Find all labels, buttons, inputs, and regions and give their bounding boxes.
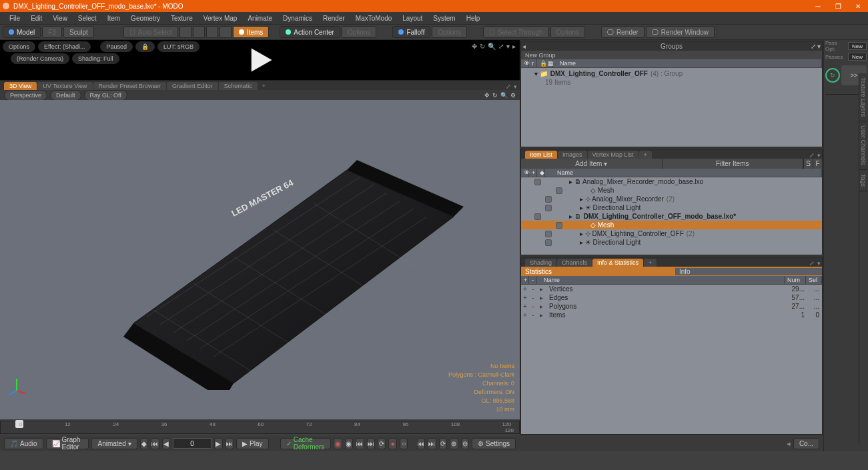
- options-button-1[interactable]: Options: [342, 26, 376, 38]
- il-min-icon[interactable]: ▾: [816, 152, 822, 159]
- iltab-2[interactable]: Vertex Map List: [588, 151, 638, 159]
- def-icon-2[interactable]: ◉: [345, 438, 353, 449]
- cache-deformers-button[interactable]: ✓ Cache Deformers: [280, 438, 331, 449]
- iltab-1[interactable]: Images: [558, 151, 587, 159]
- mode-icon-4[interactable]: [220, 26, 232, 38]
- def-icon-8[interactable]: ⏮: [417, 438, 425, 449]
- maximize-button[interactable]: ❐: [828, 0, 848, 12]
- stat-row[interactable]: +-▸Edges57......: [521, 293, 822, 302]
- menu-texture[interactable]: Texture: [165, 13, 198, 23]
- def-icon-3[interactable]: ⏮: [356, 438, 364, 449]
- next-frame-button[interactable]: ▶: [214, 438, 222, 449]
- f3-button[interactable]: F3: [42, 26, 62, 38]
- expand-icon[interactable]: ⤢: [498, 43, 504, 50]
- def-icon-12[interactable]: ⊖: [461, 438, 469, 449]
- preview-camera[interactable]: (Render Camera): [11, 53, 69, 64]
- group-item[interactable]: ▾ 📁DMX_Lighting_Controller_OFF (4) : Gro…: [521, 69, 822, 78]
- model-button[interactable]: Model: [3, 26, 41, 38]
- il-expand-icon[interactable]: ⤢: [808, 152, 816, 159]
- item-row[interactable]: ▸ ⊹ Analog_Mixer_Recorder (2): [521, 195, 822, 203]
- autoselect-button[interactable]: ☐ Auto Select: [123, 26, 178, 38]
- item-row[interactable]: ◇ Mesh: [521, 186, 822, 195]
- menu-system[interactable]: System: [428, 13, 460, 23]
- renderwindow-button[interactable]: 🖵 Render Window: [646, 26, 715, 38]
- filter-items-button[interactable]: Filter Items: [663, 159, 804, 169]
- animated-dropdown[interactable]: Animated ▾: [91, 438, 137, 449]
- menu-view[interactable]: View: [47, 13, 73, 23]
- info-tab[interactable]: Info: [675, 268, 822, 275]
- audio-button[interactable]: 🎵 Audio: [4, 438, 43, 449]
- vptab-3[interactable]: Gradient Editor: [167, 82, 218, 90]
- groups-collapse-icon[interactable]: ◂: [522, 43, 526, 50]
- vptab-0[interactable]: 3D View: [4, 82, 37, 90]
- def-icon-4[interactable]: ⏭: [367, 438, 375, 449]
- def-icon-6[interactable]: ●: [388, 438, 396, 449]
- play-button[interactable]: ▶ Play: [236, 438, 268, 449]
- zoom-icon[interactable]: 🔍: [488, 43, 496, 50]
- def-icon-10[interactable]: ⟳: [439, 438, 447, 449]
- def-icon-7[interactable]: ○: [400, 438, 408, 449]
- iltab-add[interactable]: +: [639, 151, 652, 159]
- preview-effect[interactable]: Effect: (Shadi...: [38, 41, 91, 52]
- vp-move-icon[interactable]: ✥: [484, 92, 490, 99]
- menu-file[interactable]: File: [4, 13, 25, 23]
- min-icon[interactable]: ▾: [506, 43, 510, 50]
- bottom-right-collapse-icon[interactable]: ◂: [787, 439, 791, 448]
- menu-vertexmap[interactable]: Vertex Map: [198, 13, 243, 23]
- def-icon-9[interactable]: ⏭: [428, 438, 436, 449]
- key-button[interactable]: ◆: [140, 438, 148, 449]
- move-icon[interactable]: ✥: [472, 43, 477, 50]
- def-icon-11[interactable]: ⊕: [450, 438, 458, 449]
- preview-shading[interactable]: Shading: Full: [72, 53, 119, 64]
- settings-button[interactable]: ⚙ Settings: [472, 438, 516, 449]
- menu-layout[interactable]: Layout: [397, 13, 428, 23]
- mode-icon-3[interactable]: [206, 26, 218, 38]
- play-icon[interactable]: [246, 45, 275, 75]
- passes-new[interactable]: [848, 53, 867, 61]
- minimize-button[interactable]: ─: [808, 0, 828, 12]
- stats-tab[interactable]: Statistics: [521, 268, 675, 275]
- items-button[interactable]: Items: [233, 26, 269, 38]
- preview-paused[interactable]: Paused: [100, 41, 133, 52]
- 3d-viewport[interactable]: LED MASTER 64 No Items Polygons : Catmul…: [0, 100, 520, 419]
- view-raygl[interactable]: Ray GL: Off: [84, 90, 127, 101]
- vp-zoom-icon[interactable]: 🔍: [500, 92, 508, 99]
- menu-animate[interactable]: Animate: [242, 13, 278, 23]
- view-default[interactable]: Default: [50, 90, 81, 101]
- filter-s-button[interactable]: S: [803, 159, 813, 169]
- close-button[interactable]: ✕: [848, 0, 868, 12]
- item-row[interactable]: ◇ Mesh: [521, 221, 822, 229]
- def-icon-5[interactable]: ⟳: [378, 438, 386, 449]
- infotab-0[interactable]: Shading: [525, 259, 556, 267]
- axis-gizmo[interactable]: [7, 376, 27, 396]
- prev-frame-button[interactable]: ◀: [162, 438, 170, 449]
- rotate-icon[interactable]: ↻: [480, 43, 485, 50]
- item-row[interactable]: ▸ ☀ Directional Light: [521, 203, 822, 212]
- options-button-3[interactable]: Options: [550, 26, 585, 38]
- sidetab-tags[interactable]: Tags: [859, 170, 867, 191]
- new-group-button[interactable]: New Group: [521, 51, 822, 59]
- timeline[interactable]: 01224364860728496108120 120: [0, 421, 520, 434]
- vptab-2[interactable]: Render Preset Browser: [93, 82, 167, 90]
- menu-select[interactable]: Select: [73, 13, 102, 23]
- render-button[interactable]: 🖵 Render: [601, 26, 644, 38]
- infotab-1[interactable]: Channels: [557, 259, 592, 267]
- preview-lock-icon[interactable]: 🔒: [135, 41, 155, 52]
- menu-edit[interactable]: Edit: [25, 13, 47, 23]
- view-perspective[interactable]: Perspective: [4, 90, 47, 101]
- infotab-add[interactable]: +: [644, 259, 657, 267]
- frame-input[interactable]: [173, 438, 211, 449]
- menu-dynamics[interactable]: Dynamics: [278, 13, 318, 23]
- mode-icon-2[interactable]: [193, 26, 205, 38]
- first-frame-button[interactable]: ⏮: [151, 438, 159, 449]
- mode-icon-1[interactable]: [179, 26, 191, 38]
- menu-maxtomodo[interactable]: MaxToModo: [350, 13, 397, 23]
- more-icon[interactable]: ▸: [512, 43, 516, 50]
- graph-editor-button[interactable]: 📈 Graph Editor: [46, 438, 89, 449]
- vptabs-min-icon[interactable]: ▾: [514, 83, 517, 90]
- preview-options[interactable]: Options: [3, 41, 35, 52]
- vptab-4[interactable]: Schematic: [219, 82, 258, 90]
- menu-geometry[interactable]: Geometry: [125, 13, 165, 23]
- stat-row[interactable]: +-▸Items10: [521, 311, 822, 319]
- menu-item[interactable]: Item: [102, 13, 125, 23]
